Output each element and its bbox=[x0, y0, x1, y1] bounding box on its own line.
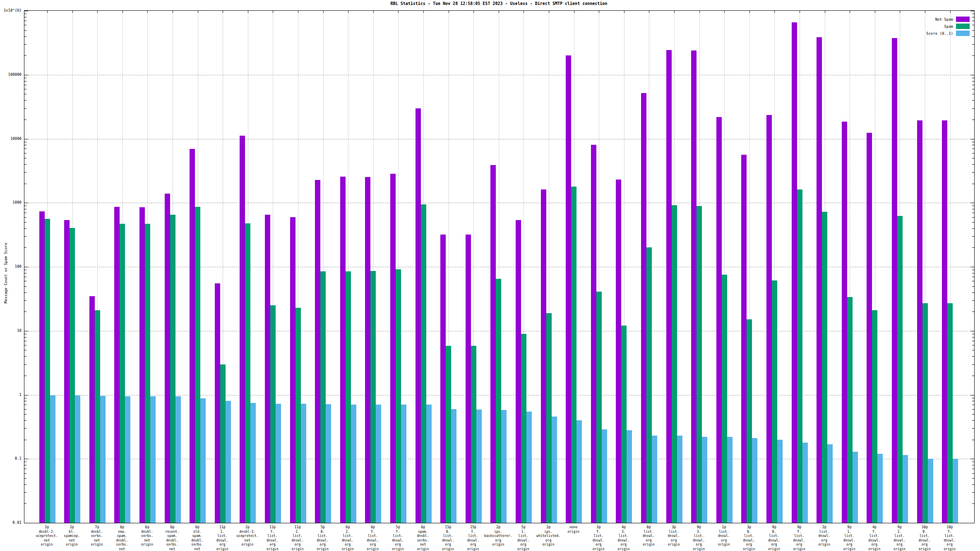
y-minor-tick bbox=[24, 405, 26, 405]
x-tick-top bbox=[674, 11, 675, 13]
bar-not-spam bbox=[240, 136, 245, 523]
bar-spam bbox=[797, 189, 802, 523]
bar-score bbox=[301, 404, 306, 523]
bar-spam bbox=[245, 223, 250, 523]
y-minor-tick bbox=[24, 21, 26, 21]
y-minor-tick bbox=[972, 420, 974, 421]
y-minor-tick bbox=[972, 85, 974, 85]
y-minor-tick bbox=[24, 164, 26, 165]
x-tick-top bbox=[248, 11, 248, 13]
bar-score bbox=[576, 420, 582, 523]
y-minor-tick bbox=[24, 228, 26, 229]
bar-spam bbox=[120, 224, 125, 523]
y-minor-tick bbox=[972, 277, 974, 277]
bar-score bbox=[150, 396, 156, 523]
bar-spam bbox=[697, 206, 702, 523]
bar-not-spam bbox=[139, 207, 145, 523]
bar-spam bbox=[596, 292, 602, 523]
bar-not-spam bbox=[290, 217, 295, 523]
y-minor-tick bbox=[24, 120, 26, 120]
y-minor-tick bbox=[24, 78, 26, 78]
y-minor-tick bbox=[972, 209, 974, 209]
x-tick-top bbox=[850, 11, 850, 13]
y-minor-tick bbox=[24, 209, 26, 209]
bar-not-spam bbox=[114, 207, 120, 523]
bar-score bbox=[351, 405, 356, 523]
bar-score bbox=[903, 455, 908, 523]
x-tick-top bbox=[749, 11, 750, 13]
y-minor-tick bbox=[24, 465, 26, 465]
y-minor-tick bbox=[972, 108, 974, 109]
x-tick-top bbox=[774, 11, 775, 13]
y-minor-tick bbox=[24, 469, 26, 469]
x-tick-top bbox=[800, 11, 800, 13]
bar-not-spam bbox=[541, 189, 546, 523]
y-minor-tick bbox=[24, 25, 26, 25]
bar-not-spam bbox=[591, 145, 596, 523]
y-major-tick bbox=[24, 75, 28, 75]
bar-spam bbox=[922, 303, 928, 523]
bar-spam bbox=[45, 219, 50, 523]
legend-swatch-score bbox=[956, 31, 970, 36]
y-minor-tick bbox=[972, 81, 974, 81]
x-tick-top bbox=[72, 11, 73, 13]
bar-spam bbox=[220, 364, 226, 523]
bar-spam bbox=[145, 224, 150, 523]
x-tick-top bbox=[950, 11, 951, 13]
plot-area bbox=[24, 10, 975, 523]
y-minor-tick bbox=[972, 281, 974, 281]
bar-spam bbox=[270, 305, 276, 523]
bar-not-spam bbox=[691, 50, 697, 523]
y-minor-tick bbox=[972, 158, 974, 158]
y-minor-tick bbox=[24, 484, 26, 485]
y-minor-tick bbox=[972, 428, 974, 429]
bar-score bbox=[727, 437, 733, 523]
legend-label-not-spam: Not Spam bbox=[935, 17, 953, 22]
y-minor-tick bbox=[972, 222, 974, 223]
bar-score bbox=[175, 396, 181, 523]
y-minor-tick bbox=[972, 120, 974, 120]
y-minor-tick bbox=[972, 409, 974, 410]
bar-spam bbox=[546, 313, 552, 523]
x-tick-top bbox=[348, 11, 348, 13]
bar-not-spam bbox=[64, 220, 70, 523]
x-tick-top bbox=[423, 11, 424, 13]
bar-score bbox=[125, 396, 130, 523]
x-tick-top bbox=[147, 11, 148, 13]
y-minor-tick bbox=[972, 270, 974, 270]
x-tick-label: 10@ Y. list. dnswl. org origin bbox=[932, 525, 967, 551]
bar-not-spam bbox=[466, 235, 471, 523]
bar-score bbox=[752, 438, 757, 523]
bar-not-spam bbox=[942, 120, 947, 523]
y-minor-tick bbox=[24, 300, 26, 301]
bar-score bbox=[953, 459, 958, 523]
y-minor-tick bbox=[24, 145, 26, 145]
bar-score bbox=[476, 410, 482, 523]
bar-spam bbox=[370, 271, 376, 523]
bar-not-spam bbox=[340, 177, 346, 523]
y-major-tick bbox=[970, 139, 974, 139]
bar-not-spam bbox=[616, 180, 621, 523]
y-minor-tick bbox=[972, 334, 974, 334]
y-minor-tick bbox=[24, 94, 26, 94]
bar-not-spam bbox=[716, 117, 722, 523]
y-minor-tick bbox=[24, 89, 26, 89]
bar-not-spam bbox=[917, 120, 922, 523]
legend-swatch-spam bbox=[956, 24, 970, 29]
y-minor-tick bbox=[972, 286, 974, 287]
x-tick-top bbox=[875, 11, 875, 13]
bar-score bbox=[827, 444, 833, 523]
bar-not-spam bbox=[867, 133, 872, 523]
bar-spam bbox=[847, 297, 853, 523]
x-tick-top bbox=[273, 11, 273, 13]
y-minor-tick bbox=[972, 145, 974, 145]
bar-not-spam bbox=[817, 37, 822, 523]
y-minor-tick bbox=[24, 364, 26, 365]
y-minor-tick bbox=[972, 55, 974, 56]
x-tick-top bbox=[825, 11, 825, 13]
y-major-tick bbox=[24, 139, 28, 139]
y-minor-tick bbox=[24, 55, 26, 56]
y-minor-tick bbox=[24, 222, 26, 223]
bar-score bbox=[276, 404, 281, 523]
bar-spam bbox=[396, 269, 401, 523]
